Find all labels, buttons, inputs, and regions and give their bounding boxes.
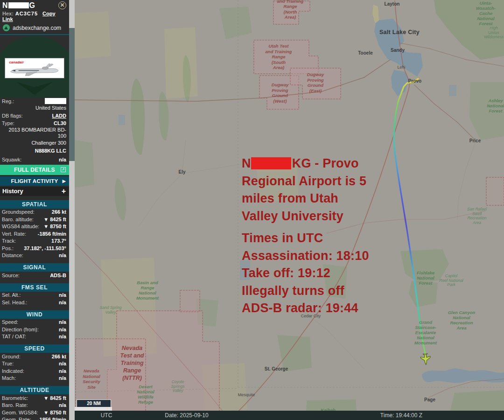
annotation-block1: Regional Airport is 5miles from UtahVall… (242, 173, 369, 225)
panel-sections: SPATIALGroundspeed:266 ktBaro. altitude:… (0, 200, 69, 420)
row-value: -1856 ft/min (38, 231, 66, 237)
row-value: 266 kt (52, 209, 66, 215)
map-annotation: NKG - Provo Regional Airport is 5miles f… (242, 155, 369, 317)
plus-icon: + (62, 187, 66, 196)
aircraft-callsign: NG ✕ (0, 0, 69, 10)
annotation-line1: NKG - Provo (242, 155, 369, 173)
redaction-box (251, 157, 291, 169)
annotation-line: Illegally turns off (242, 282, 369, 300)
panel-section: WINDSpeed:n/aDirection (from):n/aTAT / O… (0, 310, 69, 341)
site-label: adsbexchange.com (13, 25, 61, 31)
row-label: WGS84 altitude: (2, 224, 39, 229)
row-label: Source: (2, 273, 20, 278)
row-label: Distance: (2, 252, 23, 258)
panel-scrollbar[interactable] (69, 0, 75, 420)
row-value: n/a (59, 402, 66, 408)
data-row: Groundspeed:266 kt (0, 209, 69, 216)
row-value: ▼ 8425 ft (43, 217, 66, 222)
panel-section: SPATIALGroundspeed:266 ktBaro. altitude:… (0, 200, 69, 259)
data-row: Speed:n/a (0, 319, 69, 326)
row-value: ▼ 8750 ft (43, 224, 66, 229)
aircraft-desc-line2: Challenger 300 (0, 140, 69, 147)
dbflags-value[interactable]: LADD (52, 112, 66, 119)
row-label: Baro. Rate: (2, 402, 28, 408)
row-value: 37.182°, -111.503° (24, 245, 66, 251)
external-link-icon: ↗ (61, 167, 66, 172)
row-value: 173.7° (51, 238, 66, 244)
annotation-line: miles from Utah (242, 190, 369, 208)
row-value: n/a (59, 252, 66, 258)
country-label: United States (0, 105, 69, 112)
full-details-button[interactable]: FULL DETAILS↗ (0, 165, 69, 175)
annotation-line: ADS-B radar: 19:44 (242, 300, 369, 317)
annotation-line: Valley University (242, 208, 369, 225)
data-row: Ground:266 kt (0, 353, 69, 360)
aircraft-info-panel: NG ✕ Hex:AC3C75Copy Link adsbexchange.co… (0, 0, 69, 420)
reg-row: Reg.: (0, 98, 69, 105)
row-value: n/a (59, 334, 66, 339)
section-header: SIGNAL (0, 263, 69, 272)
row-label: TAT / OAT: (2, 334, 26, 339)
row-label: Groundspeed: (2, 209, 35, 215)
photo-brand-text: canadair (9, 60, 24, 64)
panel-section: SPEEDGround:266 ktTrue:n/aIndicated:n/aM… (0, 344, 69, 382)
flight-activity-button[interactable]: FLIGHT ACTIVITY▶ (0, 176, 69, 186)
annotation-block2: Times in UTCAssassination: 18:10Take off… (242, 230, 369, 317)
map-scale-indicator: 20 NM (77, 399, 111, 407)
chevron-right-icon: ▶ (63, 179, 66, 183)
adsbx-watermark-icon (13, 81, 56, 97)
row-label: Pos.: (2, 245, 14, 251)
row-label: Barometric: (2, 395, 28, 401)
row-value: -1856 ft/min (38, 417, 66, 420)
data-row: Geom. Rate:-1856 ft/min (0, 416, 69, 420)
data-row: Mach:n/a (0, 375, 69, 382)
history-button[interactable]: History+ (0, 187, 69, 196)
row-value: n/a (59, 327, 66, 332)
annotation-line: Regional Airport is 5 (242, 173, 369, 190)
status-time: Time: 19:44:00 Z (380, 412, 422, 419)
status-date: Date: 2025-09-10 (165, 412, 208, 419)
reg-redaction (45, 98, 66, 104)
data-row: Sel. Head.:n/a (0, 299, 69, 306)
type-row: Type:CL30 (0, 119, 69, 127)
owner-label: N888KG LLC (0, 148, 69, 155)
scrollbar-thumb[interactable] (69, 28, 75, 161)
row-label: Sel. Alt.: (2, 292, 21, 298)
row-label: Mach: (2, 375, 16, 381)
annotation-line: Take off: 19:12 (242, 265, 369, 282)
row-value: ▼ 8750 ft (43, 410, 66, 415)
panel-section: SIGNALSource:ADS-B (0, 263, 69, 279)
panel-section: ALTITUDEBarometric:▼ 8425 ftBaro. Rate:n… (0, 386, 69, 420)
section-header: WIND (0, 310, 69, 319)
data-row: Geom. WGS84:▼ 8750 ft (0, 409, 69, 416)
adsbexchange-app: LaytonSalt Lake CitySandyTooeleLehiProvo… (0, 0, 504, 420)
annotation-line: Times in UTC (242, 230, 369, 247)
data-row: Pos.:37.182°, -111.503° (0, 245, 69, 252)
row-label: Indicated: (2, 368, 24, 374)
status-bar: UTC Date: 2025-09-10 Time: 19:44:00 Z (75, 411, 504, 420)
row-value: n/a (59, 361, 66, 366)
data-row: Baro. altitude:▼ 8425 ft (0, 216, 69, 223)
aircraft-photo[interactable]: canadair (5, 58, 64, 78)
row-value: n/a (59, 375, 66, 381)
data-row: Direction (from):n/a (0, 326, 69, 333)
adsbexchange-logo-icon (3, 24, 10, 31)
section-header: ALTITUDE (0, 386, 69, 394)
row-value: n/a (59, 300, 66, 305)
row-label: Ground: (2, 354, 21, 359)
row-value: ▼ 8425 ft (43, 395, 66, 401)
data-row: Sel. Alt.:n/a (0, 292, 69, 299)
data-row: True:n/a (0, 360, 69, 368)
aircraft-photo-area: canadair (0, 35, 69, 98)
data-row: Barometric:▼ 8425 ft (0, 394, 69, 402)
close-icon[interactable]: ✕ (58, 1, 66, 9)
hex-row: Hex:AC3C75Copy Link (0, 10, 69, 22)
data-row: Indicated:n/a (0, 367, 69, 375)
section-header: FMS SEL (0, 283, 69, 292)
row-value: ADS-B (50, 273, 66, 278)
row-label: True: (2, 361, 14, 366)
section-header: SPEED (0, 344, 69, 353)
data-row: Track:173.7° (0, 238, 69, 245)
squawk-row: Squawk:n/a (0, 156, 69, 163)
row-value: n/a (59, 319, 66, 325)
